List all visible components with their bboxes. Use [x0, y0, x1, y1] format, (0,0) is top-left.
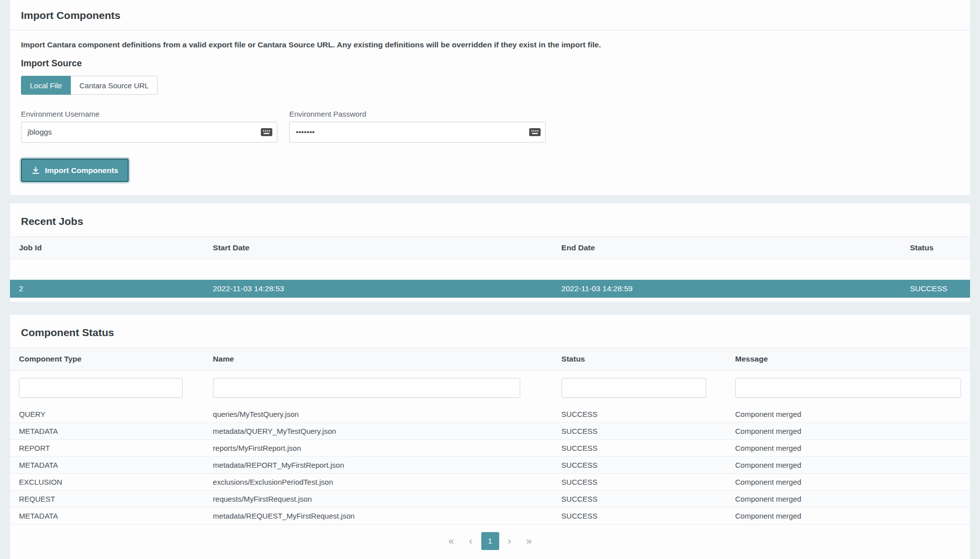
column-header-status: Status: [901, 237, 970, 259]
component-name-cell: queries/MyTestQuery.json: [204, 406, 553, 423]
recent-jobs-title: Recent Jobs: [10, 203, 970, 236]
job-end-cell: 2022-11-03 14:28:59: [553, 280, 901, 298]
local-file-toggle[interactable]: Local File: [21, 76, 71, 95]
next-page-button[interactable]: ›: [501, 532, 519, 550]
filter-name-input[interactable]: [213, 378, 520, 398]
component-status-cell: SUCCESS: [553, 406, 726, 423]
component-message-cell: Component merged: [726, 507, 970, 524]
component-type-cell: QUERY: [10, 406, 204, 423]
previous-page-button[interactable]: ‹: [462, 532, 480, 550]
import-source-label: Import Source: [21, 58, 959, 69]
component-type-cell: REPORT: [10, 439, 204, 456]
component-type-cell: METADATA: [10, 422, 204, 439]
column-header-component-type: Component Type: [10, 348, 204, 370]
component-status-cell: SUCCESS: [553, 490, 726, 507]
job-row-selected[interactable]: 2 2022-11-03 14:28:53 2022-11-03 14:28:5…: [10, 280, 970, 298]
component-status-table: Component Type Name Status Message QUERY…: [10, 348, 970, 525]
password-input[interactable]: [289, 122, 546, 143]
keyboard-icon[interactable]: [529, 128, 541, 136]
import-description: Import Cantara component definitions fro…: [21, 40, 959, 49]
column-header-start-date: Start Date: [204, 237, 553, 259]
credentials-row: Environment Username Environment Passwor…: [21, 110, 959, 143]
column-header-end-date: End Date: [553, 237, 901, 259]
table-row: METADATA metadata/REQUEST_MyFirstRequest…: [10, 507, 970, 524]
panel-header: Import Components: [10, 0, 970, 30]
component-message-cell: Component merged: [726, 422, 970, 439]
filter-row: [10, 370, 970, 406]
job-status-cell: SUCCESS: [901, 280, 970, 298]
keyboard-icon[interactable]: [261, 128, 272, 136]
password-label: Environment Password: [289, 110, 546, 118]
component-status-title: Component Status: [10, 315, 970, 348]
page-title: Import Components: [21, 9, 959, 21]
component-message-cell: Component merged: [726, 456, 970, 473]
recent-jobs-header-row: Job Id Start Date End Date Status: [10, 237, 970, 259]
table-row: EXCLUSION exclusions/ExclusionPeriodTest…: [10, 473, 970, 490]
last-page-button[interactable]: »: [520, 532, 538, 550]
empty-row: [10, 259, 970, 280]
filter-component-type-input[interactable]: [19, 378, 183, 398]
job-id-cell: 2: [10, 280, 204, 298]
component-name-cell: metadata/REQUEST_MyFirstRequest.json: [204, 507, 553, 524]
component-status-cell: SUCCESS: [553, 422, 726, 439]
column-header-job-id: Job Id: [10, 237, 204, 259]
component-message-cell: Component merged: [726, 439, 970, 456]
cantara-source-url-toggle[interactable]: Cantara Source URL: [71, 76, 158, 95]
component-type-cell: REQUEST: [10, 490, 204, 507]
import-components-button[interactable]: Import Components: [21, 159, 129, 182]
component-status-header-row: Component Type Name Status Message: [10, 348, 970, 370]
component-name-cell: metadata/REPORT_MyFirstReport.json: [204, 456, 553, 473]
username-label: Environment Username: [21, 110, 277, 118]
component-status-cell: SUCCESS: [553, 456, 726, 473]
table-row: METADATA metadata/QUERY_MyTestQuery.json…: [10, 422, 970, 439]
component-type-cell: EXCLUSION: [10, 473, 204, 490]
table-row: REPORT reports/MyFirstReport.json SUCCES…: [10, 439, 970, 456]
download-icon: [31, 166, 40, 175]
component-type-cell: METADATA: [10, 507, 204, 524]
filter-message-input[interactable]: [735, 378, 961, 398]
filter-status-input[interactable]: [562, 378, 707, 398]
component-message-cell: Component merged: [726, 473, 970, 490]
component-status-cell: SUCCESS: [553, 439, 726, 456]
import-components-panel: Import Components Import Cantara compone…: [10, 0, 970, 195]
table-row: METADATA metadata/REPORT_MyFirstReport.j…: [10, 456, 970, 473]
username-field-group: Environment Username: [21, 110, 277, 143]
recent-jobs-table: Job Id Start Date End Date Status 2 2022…: [10, 236, 970, 298]
panel-body: Import Cantara component definitions fro…: [10, 30, 970, 182]
job-start-cell: 2022-11-03 14:28:53: [204, 280, 553, 298]
username-input[interactable]: [21, 122, 277, 143]
password-field-group: Environment Password: [289, 110, 546, 143]
column-header-message: Message: [726, 348, 970, 370]
table-row: REQUEST requests/MyFirstRequest.json SUC…: [10, 490, 970, 507]
component-status-cell: SUCCESS: [553, 473, 726, 490]
pagination: « ‹ 1 › »: [10, 525, 970, 559]
recent-jobs-panel: Recent Jobs Job Id Start Date End Date S…: [10, 203, 970, 302]
component-name-cell: reports/MyFirstReport.json: [204, 439, 553, 456]
component-status-panel: Component Status Component Type Name Sta…: [10, 315, 970, 559]
component-type-cell: METADATA: [10, 456, 204, 473]
component-name-cell: exclusions/ExclusionPeriodTest.json: [204, 473, 553, 490]
component-name-cell: metadata/QUERY_MyTestQuery.json: [204, 422, 553, 439]
component-message-cell: Component merged: [726, 490, 970, 507]
column-header-name: Name: [204, 348, 553, 370]
first-page-button[interactable]: «: [442, 532, 460, 550]
column-header-status: Status: [553, 348, 726, 370]
component-status-cell: SUCCESS: [553, 507, 726, 524]
import-source-toggle: Local File Cantara Source URL: [21, 76, 158, 95]
component-message-cell: Component merged: [726, 406, 970, 423]
component-name-cell: requests/MyFirstRequest.json: [204, 490, 553, 507]
current-page-button[interactable]: 1: [481, 532, 499, 550]
table-row: QUERY queries/MyTestQuery.json SUCCESS C…: [10, 406, 970, 423]
import-button-label: Import Components: [45, 166, 118, 175]
